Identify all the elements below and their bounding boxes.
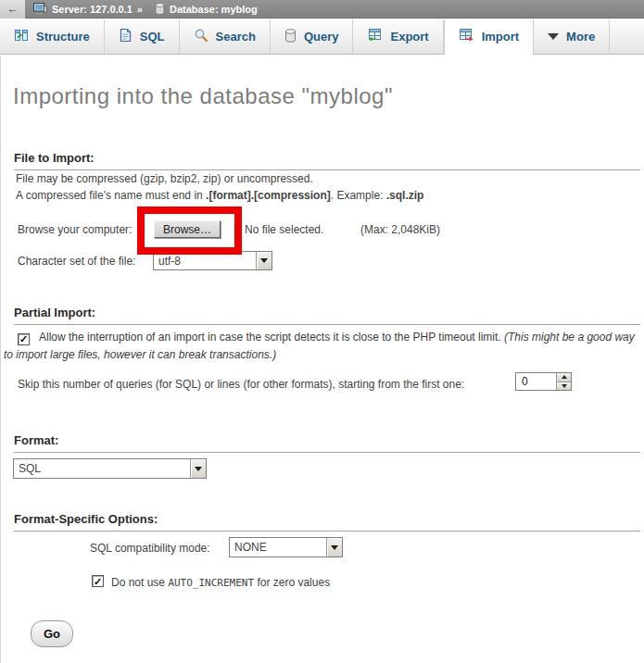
- chevron-down-icon: [548, 33, 559, 40]
- skip-queries-label: Skip this number of queries (for SQL) or…: [18, 378, 464, 391]
- section-heading-format: Format:: [14, 433, 640, 453]
- browse-label: Browse your computer:: [18, 223, 132, 236]
- tab-more[interactable]: More: [534, 19, 610, 54]
- autoincrement-label: Do not use AUTO_INCREMENT for zero value…: [111, 576, 330, 589]
- filename-info-line: A compressed file's name must end in .[f…: [16, 189, 423, 202]
- no-file-selected-text: No file selected.: [245, 223, 323, 236]
- autoincrement-checkbox[interactable]: [92, 575, 104, 587]
- breadcrumb-database[interactable]: Database: myblog: [170, 4, 258, 15]
- export-icon: [367, 28, 383, 45]
- tab-label: Export: [390, 30, 428, 44]
- sql-icon: [119, 28, 133, 45]
- database-icon: [155, 3, 165, 15]
- compression-info-line: File may be compressed (gzip, bzip2, zip…: [16, 172, 313, 185]
- query-icon: [284, 29, 297, 45]
- allow-interrupt-row: Allow the interruption of an import in c…: [4, 329, 641, 364]
- spinner-up-icon[interactable]: [557, 373, 571, 382]
- tab-import[interactable]: Import: [444, 19, 534, 54]
- tab-query[interactable]: Query: [271, 19, 354, 54]
- charset-select[interactable]: utf-8: [153, 251, 272, 270]
- spinner-buttons: [556, 373, 571, 390]
- autoincrement-code: AUTO_INCREMENT: [168, 577, 254, 589]
- skip-queries-value: 0: [516, 373, 556, 390]
- server-icon: [33, 3, 47, 15]
- format-select[interactable]: SQL: [13, 458, 207, 479]
- section-heading-format-options: Format-Specific Options:: [14, 512, 640, 532]
- dropdown-arrow-icon[interactable]: [190, 459, 206, 478]
- tab-export[interactable]: Export: [353, 19, 443, 54]
- browse-button[interactable]: Browse…: [154, 220, 221, 238]
- breadcrumb-server[interactable]: Server: 127.0.0.1: [52, 4, 133, 15]
- tab-structure[interactable]: Structure: [0, 19, 105, 54]
- section-heading-partial-import: Partial Import:: [14, 306, 640, 325]
- tab-label: Structure: [36, 30, 90, 44]
- tab-label: Query: [304, 30, 339, 44]
- page-title: Importing into the database "myblog": [13, 83, 393, 109]
- dropdown-arrow-icon[interactable]: [326, 538, 342, 557]
- search-icon: [194, 28, 208, 45]
- sql-compat-select[interactable]: NONE: [229, 537, 343, 557]
- sql-compat-label: SQL compatibility mode:: [90, 542, 210, 555]
- breadcrumb-bar: ← Server: 127.0.0.1 » Database: myblog: [0, 0, 644, 19]
- format-value: SQL: [14, 462, 190, 475]
- charset-value: utf-8: [154, 255, 256, 268]
- back-button[interactable]: ←: [0, 0, 26, 19]
- tab-label: SQL: [140, 30, 165, 44]
- back-arrow-icon: ←: [6, 2, 19, 16]
- structure-icon: [14, 28, 29, 45]
- tab-sql[interactable]: SQL: [105, 19, 180, 54]
- breadcrumb-separator: »: [137, 4, 143, 15]
- main-content: Importing into the database "myblog" Fil…: [0, 56, 644, 663]
- spinner-down-icon[interactable]: [557, 382, 571, 391]
- tab-bar: Structure SQL Search Query: [0, 19, 644, 55]
- import-icon: [459, 28, 474, 45]
- tab-label: More: [566, 30, 595, 44]
- allow-interrupt-text: Allow the interruption of an import in c…: [39, 331, 504, 344]
- tab-label: Search: [216, 30, 256, 44]
- charset-label: Character set of the file:: [18, 255, 135, 268]
- section-heading-file-to-import: File to Import:: [14, 151, 640, 170]
- tab-label: Import: [482, 30, 519, 44]
- tab-search[interactable]: Search: [180, 19, 271, 54]
- sql-compat-value: NONE: [230, 541, 326, 554]
- go-button[interactable]: Go: [31, 620, 73, 647]
- max-size-text: (Max: 2,048KiB): [360, 223, 440, 236]
- skip-queries-input[interactable]: 0: [515, 372, 572, 391]
- dropdown-arrow-icon[interactable]: [256, 252, 271, 269]
- allow-interrupt-checkbox[interactable]: [18, 333, 30, 345]
